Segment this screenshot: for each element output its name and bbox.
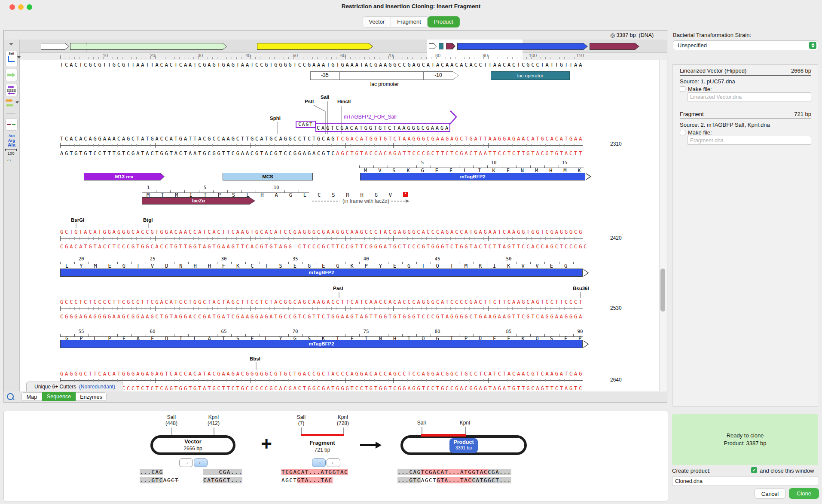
vector-file-name-input[interactable]	[687, 92, 811, 101]
result-arrow-icon	[360, 441, 382, 449]
sequence-row-1: TCACTCGCGTTGCGTTAATTACACTCAATCGAGTGAGTAA…	[60, 62, 584, 68]
aa-number: 5	[204, 185, 207, 190]
stop-codon-box: *	[403, 192, 408, 197]
aa-number: 65	[221, 329, 226, 334]
product-kpni-site: KpnI	[451, 420, 479, 426]
product-seq-l2d: CATGGCT...	[472, 477, 511, 483]
close-window-checkbox[interactable]: ✓	[751, 467, 757, 473]
product-sequence: ...CAGTCGACAT...ATGGTACCGA... ...GTCAGCT…	[397, 468, 511, 484]
plus-sign: +	[257, 433, 276, 455]
cutters-nonredundant-link[interactable]: (Nonredundant)	[79, 384, 115, 390]
position-label-2530: 2530	[610, 305, 622, 311]
product-insert-bar	[421, 434, 466, 437]
vector-size: 2666 bp	[161, 446, 225, 452]
strand-top-block1-insert: TCGACATGGTGTCTAAGGGCGAAGAGCTGATTAAGGAGAA…	[336, 136, 584, 142]
feature-mtagbfp2-row1: mTagBFP2	[360, 173, 585, 180]
enzyme-site-label: Bsu36I	[573, 286, 589, 291]
fragment-reverse-button[interactable]: ←	[327, 458, 340, 467]
vector-make-file-label: Make file:	[688, 86, 712, 92]
vector-reverse-button[interactable]: ←	[194, 458, 208, 467]
aa-number: 40	[363, 256, 369, 262]
product-seq-l2c: GTA...TAC	[437, 477, 472, 483]
strand-top-block3: GCCCTCTCCCCTTCGCCTTCGACATCCTGGCTACTAGCTT…	[60, 299, 584, 305]
vector-kpni-name: KpnI	[200, 414, 227, 420]
fragment-size: 721 bp	[296, 447, 348, 453]
cancel-button[interactable]: Cancel	[755, 488, 785, 499]
clone-button[interactable]: Clone	[789, 488, 819, 499]
mtagbfp2-label-row2: mTagBFP2	[60, 269, 583, 277]
dialog-restriction-insertion-cloning: Restriction and Insertion Cloning: Inser…	[0, 0, 822, 504]
aa-number: 20	[78, 256, 84, 262]
aa-number: 10	[491, 160, 496, 165]
fragment-overhang: AGCT	[281, 477, 297, 483]
fragment-make-file-checkbox[interactable]	[680, 130, 685, 135]
lac-promoter-divider-1	[339, 71, 340, 80]
enzyme-site-label: PasI	[333, 286, 343, 291]
aa-number: 80	[434, 329, 440, 334]
tab-sequence[interactable]: Sequence	[42, 392, 76, 401]
vertical-scrollbar-track[interactable]	[659, 60, 667, 391]
m13-rev-label: M13 rev	[84, 173, 168, 180]
feature-m13-rev: M13 rev	[84, 173, 165, 180]
fragment-sali-pos: (7)	[287, 420, 315, 426]
feature-mcs: MCS	[223, 173, 313, 180]
product-seq-l1b: TCGACAT...ATGGTAC	[421, 469, 488, 475]
product-seq-l1a: ...CAG	[397, 469, 421, 475]
product-sali-tick	[422, 427, 422, 434]
mtagbfp2-label-row1: mTagBFP2	[360, 173, 585, 180]
feature-mtagbfp2-row2: mTagBFP2	[60, 269, 583, 277]
vertical-scrollbar-thumb[interactable]	[660, 269, 665, 312]
vector-cut-right-sequence: CGA... CATGGCT...	[203, 468, 242, 484]
enzyme-site-label: BbsI	[250, 356, 260, 361]
fragment-kpni-pos: (728)	[329, 420, 357, 426]
strand-bottom-block1: AGTGTGTCCTTTGTCGATACTGGTACTAATGCGGTTCGAA…	[60, 150, 584, 156]
fragment-forward-button[interactable]: →	[312, 458, 326, 467]
vector-cut-left-top: ...CAG	[140, 469, 163, 475]
product-file-name-input[interactable]	[672, 476, 818, 486]
minus10-label: -10	[423, 72, 453, 78]
aa-number: 70	[292, 329, 298, 334]
primer-tail-box: CAGT	[296, 121, 316, 128]
aa-letters-block2: L Y M E G T V D N H H F K C T S E G E G …	[65, 263, 571, 269]
mcs-label: MCS	[223, 173, 313, 180]
strain-dropdown[interactable]: Unspecified	[673, 40, 818, 50]
vector-kpni-tick	[214, 428, 214, 435]
tab-map[interactable]: Map	[21, 392, 42, 401]
strand-ruler-block3	[60, 306, 583, 311]
vector-make-file-checkbox[interactable]	[680, 86, 685, 92]
aa-number: 35	[292, 256, 298, 262]
strain-value: Unspecified	[678, 42, 707, 49]
strand-top-block4: GAGGGCTTCACATGGGAGAGAGTCACCACATACGAAGACG…	[60, 371, 584, 377]
feature-mtagbfp2-row3: mTagBFP2	[60, 340, 583, 348]
position-label-2420: 2420	[610, 235, 622, 241]
tab-enzymes[interactable]: Enzymes	[76, 392, 107, 401]
strand-bottom-block2: CGACATGTACCTCCCGTGGCACCTGTTGGTAGTGAAGTTC…	[60, 244, 588, 250]
aa-number: 90	[577, 329, 583, 334]
strand-top-block2: GCTGTACATGGAGGGCACCGTGGACAACCATCACTTCAAG…	[60, 229, 584, 235]
enzyme-site-label: SphI	[270, 116, 281, 121]
aa-number: 5	[421, 160, 424, 165]
ready-status-box: Ready to clone Product: 3387 bp	[672, 414, 818, 465]
fragment-insert-bar	[301, 434, 344, 436]
fragment-kpni-tick	[343, 428, 344, 434]
fragment-file-name-input[interactable]	[687, 136, 811, 145]
vector-forward-button[interactable]: →	[179, 458, 193, 467]
enzyme-site-label: PstI	[305, 99, 314, 104]
minus35-label: -35	[310, 72, 339, 78]
aa-number: 55	[78, 329, 84, 334]
primer-flag-tail	[449, 111, 456, 125]
dropdown-stepper-icon	[809, 42, 816, 49]
feature-lacz-alpha: lacZα	[142, 197, 255, 205]
product-seq-l1c: CGA...	[488, 469, 511, 475]
product-sali-site: SalI	[408, 420, 435, 426]
vector-cut-right-bottom: CATGGCT...	[203, 477, 242, 483]
linearized-vector-header: Linearized Vector (Flipped) 2666 bp	[680, 67, 811, 74]
vector-name: Vector	[161, 438, 225, 445]
fragment-source: Source: 2. mTAGBFP SalI, KpnI.dna	[680, 122, 770, 128]
fragment-seq-top: TCGACAT...ATGGTAC	[281, 469, 348, 475]
primer-name-label: mTAGBFP2_FOR_SalI	[344, 114, 397, 120]
linearized-vector-source: Source: 1. pUC57.dna	[680, 78, 735, 85]
fragment-kpni-site: KpnI (728)	[329, 414, 357, 426]
product-badge-size: 3391 bp	[449, 445, 478, 450]
strand-ruler-block2	[60, 236, 583, 241]
